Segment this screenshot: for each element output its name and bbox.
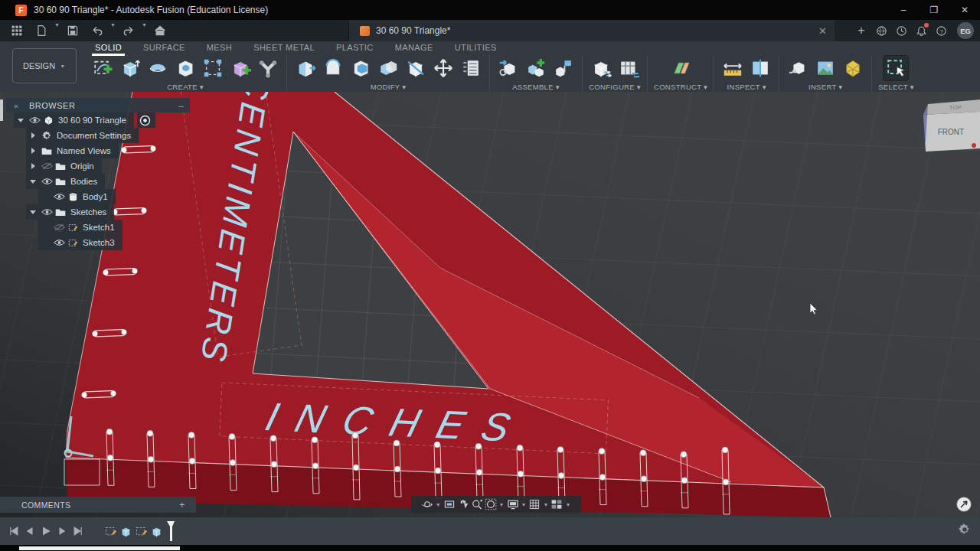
expander-down-icon[interactable] — [26, 208, 40, 216]
ribbon-tab-sheet-metal[interactable]: SHEET METAL — [243, 41, 325, 54]
group-label-inspect[interactable]: INSPECT ▾ — [727, 83, 766, 91]
insert-derive-tool[interactable] — [786, 56, 810, 80]
close-button[interactable]: ✕ — [949, 0, 980, 20]
avatar[interactable]: EG — [957, 22, 974, 39]
new-component-tool[interactable] — [496, 56, 521, 80]
timeline-sketch-feature[interactable] — [134, 524, 148, 538]
ribbon-tab-plastic[interactable]: PLASTIC — [325, 41, 384, 54]
combine-tool[interactable] — [376, 56, 400, 80]
create-sketch-tool[interactable] — [90, 56, 115, 80]
visibility-eye-off-icon[interactable] — [40, 161, 54, 171]
viewports-icon[interactable] — [550, 498, 563, 510]
browser-item-sketch3[interactable]: Sketch3 — [6, 235, 190, 250]
press-pull-tool[interactable] — [293, 56, 318, 80]
orbit-icon[interactable] — [421, 498, 433, 510]
change-parameters-tool[interactable] — [459, 56, 483, 80]
viewports-dropdown-caret[interactable]: ▼ — [565, 502, 570, 507]
shell-tool[interactable] — [348, 56, 373, 80]
joint-tool[interactable] — [524, 56, 548, 80]
file-new-icon[interactable] — [31, 22, 51, 39]
nav-wheel-icon[interactable] — [956, 496, 972, 516]
expander-right-icon[interactable] — [26, 162, 40, 170]
home-icon[interactable] — [150, 22, 170, 39]
help-icon[interactable]: ? — [931, 21, 951, 40]
play-icon[interactable] — [38, 523, 54, 539]
panel-minimize-icon[interactable]: – — [178, 101, 184, 110]
design-workspace-button[interactable]: DESIGN▼ — [12, 48, 77, 83]
create-form-tool[interactable] — [228, 56, 253, 80]
group-label-insert[interactable]: INSERT ▾ — [808, 83, 842, 91]
visibility-eye-off-icon[interactable] — [52, 223, 66, 232]
display-settings-icon[interactable] — [507, 498, 519, 510]
browser-item-sketches[interactable]: Sketches — [6, 204, 190, 220]
browser-item-named-views[interactable]: Named Views — [6, 143, 190, 158]
add-comment-button[interactable]: + — [179, 499, 185, 510]
browser-item-origin[interactable]: Origin — [6, 158, 190, 174]
expander-down-icon[interactable] — [26, 178, 40, 185]
gear-icon[interactable] — [959, 523, 971, 539]
extrude-tool[interactable] — [118, 56, 142, 80]
globe-icon[interactable] — [871, 21, 891, 40]
visibility-eye-icon[interactable] — [52, 192, 66, 201]
browser-item-document-settings[interactable]: Document Settings — [6, 128, 190, 143]
document-tab[interactable]: 30 60 90 Triangle* ✕ — [348, 20, 835, 41]
ribbon-tab-utilities[interactable]: UTILITIES — [444, 41, 508, 54]
group-label-create[interactable]: CREATE ▾ — [167, 83, 204, 91]
pan-icon[interactable] — [457, 498, 469, 510]
view-cube[interactable]: FRONT TOP — [923, 99, 980, 152]
look-at-icon[interactable] — [443, 498, 456, 510]
fit-icon[interactable] — [485, 498, 497, 510]
skip-end-icon[interactable] — [70, 523, 86, 539]
insert-mesh-tool[interactable] — [841, 56, 865, 80]
comments-bar[interactable]: COMMENTS + — [0, 497, 196, 513]
visibility-eye-icon[interactable] — [28, 116, 41, 125]
section-analysis-tool[interactable] — [748, 56, 773, 80]
timeline-sketch-feature[interactable] — [103, 524, 117, 538]
group-label-construct[interactable]: CONSTRUCT ▾ — [654, 83, 707, 91]
construct-plane-tool[interactable] — [668, 56, 693, 80]
pipe-tool[interactable] — [256, 56, 280, 80]
measure-tool[interactable] — [720, 56, 745, 80]
ribbon-tab-mesh[interactable]: MESH — [196, 41, 243, 54]
group-label-modify[interactable]: MODIFY ▾ — [371, 83, 407, 91]
skip-start-icon[interactable] — [6, 523, 21, 539]
canvas-tool[interactable] — [813, 56, 838, 80]
group-label-configure[interactable]: CONFIGURE ▾ — [589, 83, 641, 91]
step-forward-icon[interactable] — [54, 523, 70, 539]
group-label-assemble[interactable]: ASSEMBLE ▾ — [512, 83, 560, 91]
ribbon-tab-manage[interactable]: MANAGE — [384, 41, 444, 54]
browser-item-body1[interactable]: Body1 — [6, 189, 190, 204]
maximize-button[interactable]: ❐ — [919, 0, 949, 20]
visibility-eye-icon[interactable] — [40, 207, 54, 217]
redo-dropdown-caret[interactable]: ▼ — [142, 22, 147, 39]
ribbon-tab-solid[interactable]: SOLID — [84, 41, 132, 54]
app-grid-icon[interactable] — [7, 22, 27, 39]
grid-settings-dropdown-caret[interactable]: ▼ — [543, 502, 548, 507]
configuration-table-tool[interactable] — [616, 56, 641, 80]
revolve-tool[interactable] — [145, 56, 170, 80]
clock-icon[interactable] — [891, 21, 911, 40]
grid-settings-icon[interactable] — [528, 498, 541, 510]
bell-icon[interactable] — [911, 21, 931, 40]
browser-item-sketch1[interactable]: Sketch1 — [6, 220, 190, 235]
collapse-panel-icon[interactable]: « — [9, 101, 23, 110]
browser-item-bodies[interactable]: Bodies — [6, 174, 190, 189]
browser-item-30-60-90-triangle[interactable]: 30 60 90 Triangle — [6, 112, 190, 128]
file-new-dropdown-caret[interactable]: ▼ — [54, 22, 60, 39]
select-tool[interactable] — [884, 56, 908, 80]
rectangular-pattern-tool[interactable] — [201, 56, 225, 80]
undo-icon[interactable] — [87, 22, 107, 39]
rigid-group-tool[interactable] — [551, 56, 576, 80]
expander-right-icon[interactable] — [26, 147, 40, 155]
configuration-tool[interactable] — [589, 56, 613, 80]
tab-close-icon[interactable]: ✕ — [818, 25, 827, 37]
undo-dropdown-caret[interactable]: ▼ — [110, 22, 116, 39]
visibility-eye-icon[interactable] — [40, 177, 54, 186]
timeline-extrude-feature[interactable] — [149, 524, 163, 538]
zoom-icon[interactable] — [471, 498, 483, 510]
move-copy-tool[interactable] — [431, 56, 456, 80]
fillet-tool[interactable] — [321, 56, 345, 80]
expander-right-icon[interactable] — [26, 132, 40, 139]
orbit-dropdown-caret[interactable]: ▼ — [436, 502, 441, 507]
visibility-eye-icon[interactable] — [52, 238, 66, 247]
